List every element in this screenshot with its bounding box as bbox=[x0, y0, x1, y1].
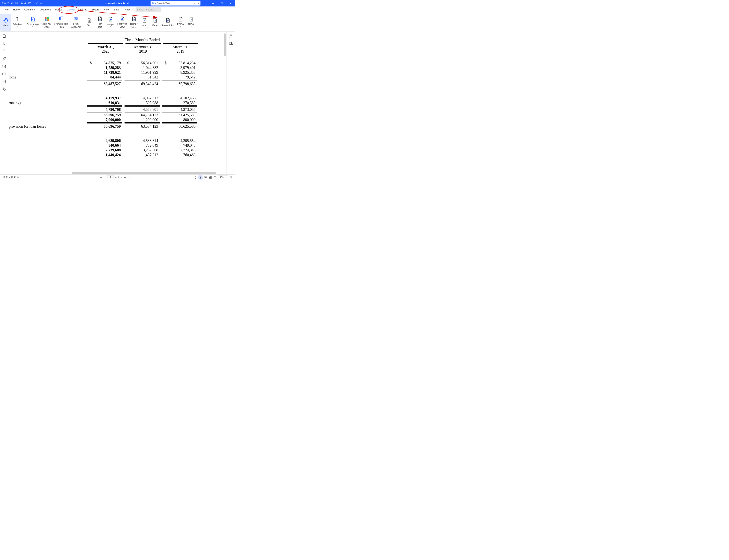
svg-rect-32 bbox=[204, 177, 205, 178]
menu-document[interactable]: Document bbox=[37, 7, 53, 13]
chat-icon[interactable] bbox=[229, 41, 233, 46]
redo-icon[interactable] bbox=[39, 1, 43, 5]
attachment-icon[interactable] bbox=[2, 57, 6, 61]
tags-icon[interactable] bbox=[2, 87, 6, 91]
menubar: FileHomeCommentDocumentPagesConvertForms… bbox=[0, 6, 235, 13]
ribbon-html-svg-button[interactable]: HTML /SVG bbox=[129, 14, 139, 31]
two-page-icon[interactable] bbox=[203, 175, 208, 180]
svg-point-1 bbox=[152, 2, 153, 4]
page-number-input[interactable] bbox=[107, 176, 114, 179]
svg-point-8 bbox=[59, 18, 60, 19]
horizontal-scrollbar[interactable] bbox=[72, 172, 217, 174]
ribbon-pdf-a-button[interactable]: /APDF/A▾ bbox=[175, 14, 186, 31]
close-button[interactable]: ✕ bbox=[226, 0, 235, 6]
save-icon[interactable] bbox=[6, 1, 10, 5]
zoom-in-icon[interactable] bbox=[229, 175, 233, 180]
ribbon-rich-text-button[interactable]: RTFRichText bbox=[95, 14, 105, 31]
svg-rect-35 bbox=[211, 176, 212, 177]
first-page-button[interactable]: ⏮ bbox=[100, 176, 103, 179]
svg-text:RTF: RTF bbox=[99, 18, 101, 20]
overlay-icon[interactable] bbox=[10, 1, 14, 5]
svg-text:P: P bbox=[167, 20, 169, 22]
undo-icon[interactable] bbox=[35, 1, 39, 5]
zoom-out-icon[interactable] bbox=[213, 175, 217, 180]
svg-rect-6 bbox=[61, 17, 63, 20]
page-icon[interactable] bbox=[2, 34, 6, 38]
ocr-icon[interactable] bbox=[2, 79, 6, 84]
comment-icon[interactable] bbox=[229, 34, 233, 38]
flag-icon[interactable] bbox=[2, 49, 6, 53]
zoom-level[interactable]: 75%▾ bbox=[218, 176, 228, 179]
menu-forms[interactable]: Forms bbox=[78, 7, 89, 13]
ribbon-powerpoint-button[interactable]: PPowerPoint bbox=[160, 14, 175, 31]
svg-point-28 bbox=[231, 36, 232, 36]
mail-icon[interactable] bbox=[28, 1, 32, 5]
titlebar: ▾ ▾ scanned-pdf-table.pdf ▾ ‹ › ✕ ─ ☐ ✕ bbox=[0, 0, 235, 6]
svg-point-13 bbox=[110, 19, 111, 20]
menu-secure[interactable]: Secure bbox=[89, 7, 102, 13]
ribbon-from-multiple-files-button[interactable]: From MultipleFiles bbox=[53, 14, 70, 31]
scan-icon[interactable] bbox=[24, 1, 27, 5]
svg-rect-36 bbox=[209, 177, 210, 178]
layers-icon[interactable] bbox=[2, 64, 6, 68]
menu-help[interactable]: Help bbox=[123, 7, 132, 13]
maximize-button[interactable]: ☐ bbox=[217, 0, 226, 6]
bookmark-icon[interactable] bbox=[2, 41, 6, 46]
open-icon[interactable] bbox=[2, 1, 5, 5]
menu-pages[interactable]: Pages bbox=[53, 7, 65, 13]
svg-text:/X: /X bbox=[191, 19, 192, 21]
svg-rect-2 bbox=[45, 17, 46, 19]
metadata-icon[interactable] bbox=[15, 1, 18, 5]
ribbon-selection-button[interactable]: Selection▾ bbox=[11, 14, 23, 31]
ribbon-hand-button[interactable]: Hand bbox=[0, 14, 11, 31]
print-icon[interactable] bbox=[19, 1, 23, 5]
statusbar: 17.71 x 22.92 in ⏮ ‹ of 1 › ⏭ ↶ ↷ 75%▾ bbox=[0, 174, 235, 180]
document-viewport[interactable]: Three Months EndedMarch 31,2020December … bbox=[8, 32, 226, 174]
titlebar-search[interactable]: ▾ ‹ › ✕ bbox=[151, 1, 201, 6]
svg-rect-34 bbox=[209, 176, 210, 177]
continuous-page-icon[interactable] bbox=[198, 175, 203, 180]
ribbon: HandSelection▾From Image▾From MSOfficeFr… bbox=[0, 13, 235, 32]
page-dimensions: 17.71 x 22.92 in bbox=[0, 176, 19, 179]
ribbon-pdf-x-button[interactable]: /XPDF/X▾ bbox=[186, 14, 197, 31]
search-close-icon[interactable]: ✕ bbox=[197, 2, 199, 5]
svg-rect-37 bbox=[211, 177, 212, 178]
ribbon-word-button[interactable]: WWord bbox=[139, 14, 150, 31]
menu-convert[interactable]: Convert bbox=[65, 7, 78, 13]
single-page-icon[interactable] bbox=[194, 175, 198, 180]
tool-search[interactable]: Search for tools ... bbox=[136, 7, 161, 12]
svg-text:/A: /A bbox=[180, 19, 182, 21]
ribbon-excel-button[interactable]: XExcel bbox=[150, 14, 160, 31]
ribbon-text-button[interactable]: Text bbox=[84, 14, 95, 31]
ribbon-from-ms-office-button[interactable]: From MSOffice bbox=[40, 14, 53, 31]
ribbon-from-image-button[interactable]: From Image▾ bbox=[25, 14, 40, 31]
prev-view-button[interactable]: ↶ bbox=[128, 176, 131, 179]
next-view-button[interactable]: ↷ bbox=[132, 176, 135, 179]
prev-page-button[interactable]: ‹ bbox=[104, 176, 106, 179]
minimize-button[interactable]: ─ bbox=[209, 0, 217, 6]
menu-file[interactable]: File bbox=[2, 7, 11, 13]
svg-point-9 bbox=[59, 19, 60, 20]
signature-icon[interactable] bbox=[2, 72, 6, 76]
svg-rect-30 bbox=[200, 176, 201, 177]
svg-rect-31 bbox=[200, 177, 201, 178]
svg-rect-29 bbox=[195, 176, 196, 178]
next-page-button[interactable]: › bbox=[121, 176, 122, 179]
svg-rect-4 bbox=[45, 19, 46, 21]
search-input[interactable] bbox=[157, 2, 194, 5]
two-continuous-icon[interactable] bbox=[208, 175, 213, 180]
vertical-scrollbar[interactable] bbox=[224, 33, 226, 56]
ribbon-from-autocad-button[interactable]: DWGFromAutoCAD bbox=[70, 14, 82, 31]
menu-comment[interactable]: Comment bbox=[22, 7, 37, 13]
svg-point-27 bbox=[231, 36, 231, 36]
svg-point-24 bbox=[3, 88, 4, 89]
menu-home[interactable]: Home bbox=[11, 7, 22, 13]
svg-rect-0 bbox=[16, 2, 17, 4]
ribbon-images-button[interactable]: Images▾ bbox=[105, 14, 116, 31]
menu-batch[interactable]: Batch bbox=[112, 7, 123, 13]
last-page-button[interactable]: ⏭ bbox=[124, 176, 127, 179]
svg-rect-3 bbox=[47, 17, 49, 19]
menu-view[interactable]: View bbox=[102, 7, 112, 13]
page-total: of 1 bbox=[115, 176, 119, 179]
ribbon-fast-web-view-button[interactable]: Fast WebView bbox=[116, 14, 129, 31]
